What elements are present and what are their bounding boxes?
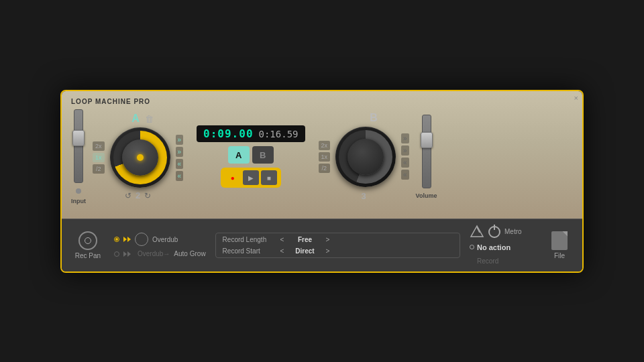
record-length-arrow-left[interactable]: < [280, 236, 284, 243]
overdub-section: Overdub Overdub→ Auto Grow [114, 233, 206, 257]
deck-b-mult-1x[interactable]: 1x [319, 152, 331, 162]
overdub-knob[interactable] [135, 233, 148, 246]
auto-grow-label[interactable]: Auto Grow [174, 250, 205, 257]
play-button[interactable]: ▶ [243, 170, 259, 185]
metro-section: Metro No action Record [470, 225, 537, 266]
deck-b-label: B [370, 112, 378, 124]
volume-slider-track[interactable] [422, 115, 431, 188]
metro-power-icon[interactable] [488, 226, 500, 238]
overdub-radio-active[interactable] [114, 237, 119, 242]
overdub-row-1: Overdub [114, 233, 206, 246]
record-dim-label: Record [477, 257, 498, 265]
overdub-dim-label: Overdub→ [138, 250, 170, 257]
volume-slider-section: Volume [416, 115, 437, 199]
deck-b-rewind[interactable]: « [401, 158, 409, 168]
deck-b-knob[interactable] [335, 127, 396, 187]
record-button[interactable]: ● [225, 170, 241, 185]
deck-a-number: 2 [136, 190, 140, 200]
stop-button[interactable]: ■ [261, 170, 277, 185]
record-start-arrow-left[interactable]: < [280, 247, 284, 255]
record-settings: Record Length < Free > Record Start < Di… [215, 233, 460, 258]
deck-b-mult-2x[interactable]: 2x [319, 141, 331, 150]
input-label: Input [71, 198, 86, 204]
deck-b-mult-half[interactable]: /2 [319, 164, 331, 173]
record-length-row: Record Length < Free > [223, 236, 453, 243]
deck-b-fast-rewind[interactable]: « [401, 170, 409, 180]
record-start-row: Record Start < Direct > [223, 247, 453, 255]
file-icon[interactable] [551, 231, 568, 250]
overdub-arrows [123, 237, 131, 242]
tab-b[interactable]: B [252, 146, 274, 164]
deck-a-fast-rewind[interactable]: « [176, 171, 184, 181]
no-action-radio[interactable] [470, 245, 474, 249]
rec-pan-knob[interactable] [78, 231, 97, 250]
input-slider-track[interactable] [74, 109, 83, 183]
time-display: 0:09.00 0:16.59 [197, 125, 305, 142]
rec-pan-knob-inner [85, 237, 91, 244]
transport-controls: ● ▶ ■ [221, 168, 281, 188]
record-length-value: Free [288, 236, 321, 243]
overdub-arrow-grey-2 [127, 251, 131, 257]
overdub-label[interactable]: Overdub [152, 236, 178, 243]
deck-b: B 2x 1x /2 [319, 112, 409, 202]
plugin-window: × LOOP MACHINE PRO Input A 🗑 [60, 90, 584, 273]
close-button[interactable]: × [574, 94, 578, 102]
no-action-label: No action [477, 243, 511, 251]
deck-b-number: 3 [361, 191, 366, 201]
center-controls: 0:09.00 0:16.59 A B ● ▶ ■ [197, 125, 305, 188]
rec-pan-section: Rec Pan [71, 231, 105, 259]
file-section: File [546, 231, 573, 259]
main-panel: LOOP MACHINE PRO Input A 🗑 2x [62, 91, 582, 219]
input-slider-dot [76, 188, 81, 194]
input-slider-thumb[interactable] [72, 130, 85, 146]
deck-a-fast-forward[interactable]: » [176, 135, 184, 145]
overdub-arrow-2 [127, 237, 131, 242]
overdub-arrow-grey-1 [123, 251, 127, 257]
overdub-radio-inactive[interactable] [114, 251, 119, 257]
volume-label: Volume [416, 192, 437, 199]
deck-a: A 🗑 2x 1x /2 [93, 113, 183, 200]
deck-b-forward[interactable]: » [401, 145, 409, 156]
record-length-arrow-right[interactable]: > [325, 236, 329, 243]
deck-a-knob[interactable] [110, 127, 170, 188]
deck-a-mult-1x[interactable]: 1x [93, 153, 105, 162]
deck-a-mult-col: 2x 1x /2 [93, 141, 105, 174]
file-label: File [554, 252, 565, 259]
metro-row: Metro [470, 225, 522, 239]
deck-a-arrow-col: » » « « [176, 135, 184, 181]
deck-a-mult-2x[interactable]: 2x [93, 141, 105, 151]
deck-a-rewind[interactable]: « [176, 159, 184, 169]
record-start-value: Direct [288, 247, 321, 255]
deck-a-trash-icon[interactable]: 🗑 [145, 114, 154, 124]
input-slider-section: Input [71, 109, 86, 204]
deck-b-fast-forward[interactable]: » [401, 133, 409, 143]
metro-svg [470, 225, 484, 239]
tab-a[interactable]: A [228, 146, 250, 164]
deck-a-mult-half[interactable]: /2 [93, 164, 105, 174]
deck-a-undo[interactable]: ↺ [125, 191, 131, 200]
ab-tabs: A B [228, 146, 274, 164]
record-start-arrow-right[interactable]: > [325, 247, 329, 255]
overdub-arrow-1 [123, 237, 127, 242]
volume-slider-thumb[interactable] [421, 132, 433, 148]
main-content: Input A 🗑 2x 1x /2 [71, 109, 573, 204]
deck-a-redo[interactable]: ↻ [144, 191, 151, 200]
plugin-title: LOOP MACHINE PRO [71, 98, 573, 105]
overdub-arrows-2 [123, 251, 131, 257]
deck-a-forward[interactable]: » [176, 147, 184, 157]
record-start-label: Record Start [223, 247, 276, 255]
time-primary: 0:09.00 [203, 127, 253, 140]
deck-b-arrow-col: » » « « [401, 133, 409, 180]
metro-label: Metro [504, 228, 522, 235]
deck-a-bottom: ↺ 2 ↻ [122, 190, 154, 200]
deck-a-knob-dot [137, 154, 144, 161]
bottom-panel: Rec Pan Overdub Overdub→ Auto Gr [62, 219, 582, 272]
deck-b-mult-col: 2x 1x /2 [319, 141, 331, 173]
overdub-row-2: Overdub→ Auto Grow [114, 250, 206, 257]
record-dim-row: Record [470, 254, 511, 266]
time-secondary: 0:16.59 [259, 129, 299, 139]
deck-a-undo-redo: ↺ 2 ↻ [125, 190, 151, 200]
no-action-row: No action [470, 243, 511, 251]
no-action-section: No action Record [470, 243, 511, 266]
metro-icon[interactable] [470, 225, 484, 239]
